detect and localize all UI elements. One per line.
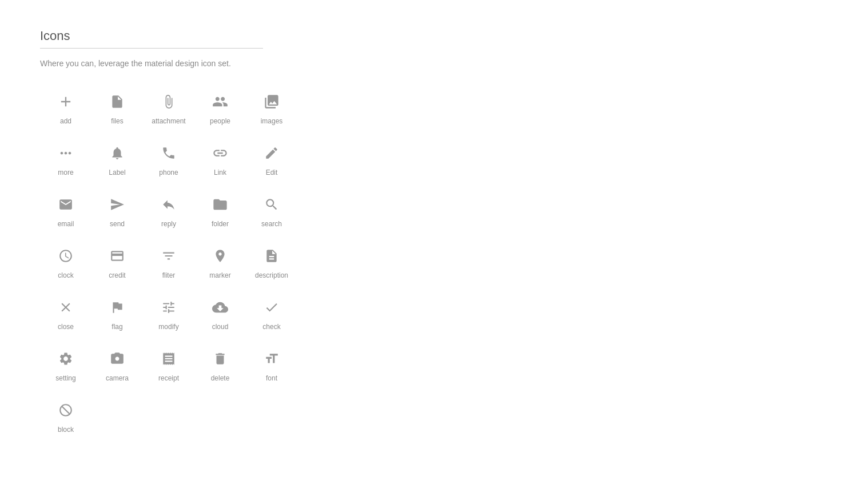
setting-icon [58,348,73,370]
link-icon-label: Link [214,169,226,177]
marker-icon [213,245,228,267]
email-icon [58,194,73,215]
icon-cell-check: check [246,296,297,331]
filter-icon [161,245,176,267]
edit-icon-label: Edit [266,169,278,177]
edit-icon [264,142,279,164]
icon-cell-images: images [246,91,297,125]
icon-grid: addfilesattachmentpeopleimagesmoreLabelp… [40,91,828,434]
delete-icon [213,348,228,370]
icon-cell-reply: reply [143,194,194,228]
credit-icon-label: credit [109,271,125,279]
icon-cell-credit: credit [91,245,143,279]
icon-cell-block: block [40,399,91,434]
icon-cell-setting: setting [40,348,91,382]
images-icon-label: images [261,117,283,125]
link-icon [212,142,228,164]
icon-cell-modify: modify [143,296,194,331]
icon-cell-delete: delete [194,348,246,382]
icon-cell-send: send [91,194,143,228]
attachment-icon [161,91,176,113]
phone-icon [161,142,176,164]
send-icon-label: send [110,220,125,228]
font-icon-label: font [266,374,277,382]
phone-icon-label: phone [159,169,178,177]
icon-cell-files: files [91,91,143,125]
camera-icon [110,348,125,370]
flag-icon [110,296,125,318]
icon-cell-flag: flag [91,296,143,331]
marker-icon-label: marker [209,271,230,279]
reply-icon-label: reply [161,220,176,228]
reply-icon [161,194,176,215]
email-icon-label: email [58,220,74,228]
close-icon [58,296,73,318]
icon-cell-description: description [246,245,297,279]
icon-cell-phone: phone [143,142,194,177]
icon-cell-filter: fliter [143,245,194,279]
icon-cell-cloud: cloud [194,296,246,331]
more-icon-label: more [58,169,73,177]
icon-cell-edit: Edit [246,142,297,177]
credit-icon [110,245,125,267]
delete-icon-label: delete [211,374,230,382]
files-icon-label: files [111,117,123,125]
icon-cell-search: search [246,194,297,228]
clock-icon [58,245,73,267]
receipt-icon-label: receipt [158,374,179,382]
cloud-icon [212,296,228,318]
icon-cell-add: add [40,91,91,125]
search-icon-label: search [261,220,282,228]
icon-cell-close: close [40,296,91,331]
setting-icon-label: setting [55,374,75,382]
icon-cell-folder: folder [194,194,246,228]
folder-icon [212,194,228,215]
flag-icon-label: flag [112,323,122,331]
icon-cell-clock: clock [40,245,91,279]
title-divider [40,48,263,49]
clock-icon-label: clock [58,271,73,279]
receipt-icon [161,348,176,370]
camera-icon-label: camera [106,374,129,382]
page-subtitle: Where you can, leverage the material des… [40,59,828,68]
icon-cell-people: people [194,91,246,125]
icon-cell-email: email [40,194,91,228]
filter-icon-label: fliter [162,271,176,279]
icon-cell-marker: marker [194,245,246,279]
check-icon-label: check [262,323,280,331]
icon-cell-label: Label [91,142,143,177]
modify-icon-label: modify [158,323,178,331]
more-icon [58,142,74,164]
cloud-icon-label: cloud [212,323,229,331]
font-icon [264,348,279,370]
description-icon-label: description [255,271,288,279]
block-icon-label: block [58,426,74,434]
send-icon [110,194,125,215]
files-icon [110,91,125,113]
close-icon-label: close [58,323,74,331]
label-icon [110,142,125,164]
label-icon-label: Label [109,169,125,177]
icon-cell-font: font [246,348,297,382]
people-icon-label: people [210,117,230,125]
add-icon [58,91,74,113]
folder-icon-label: folder [212,220,229,228]
search-icon [264,194,279,215]
page-title: Icons [40,29,828,43]
people-icon [212,91,228,113]
description-icon [264,245,279,267]
add-icon-label: add [60,117,71,125]
icon-cell-receipt: receipt [143,348,194,382]
images-icon [264,91,280,113]
modify-icon [161,296,176,318]
block-icon [58,399,73,421]
icon-cell-more: more [40,142,91,177]
check-icon [264,296,279,318]
attachment-icon-label: attachment [152,117,185,125]
icon-cell-link: Link [194,142,246,177]
icon-cell-attachment: attachment [143,91,194,125]
icon-cell-camera: camera [91,348,143,382]
